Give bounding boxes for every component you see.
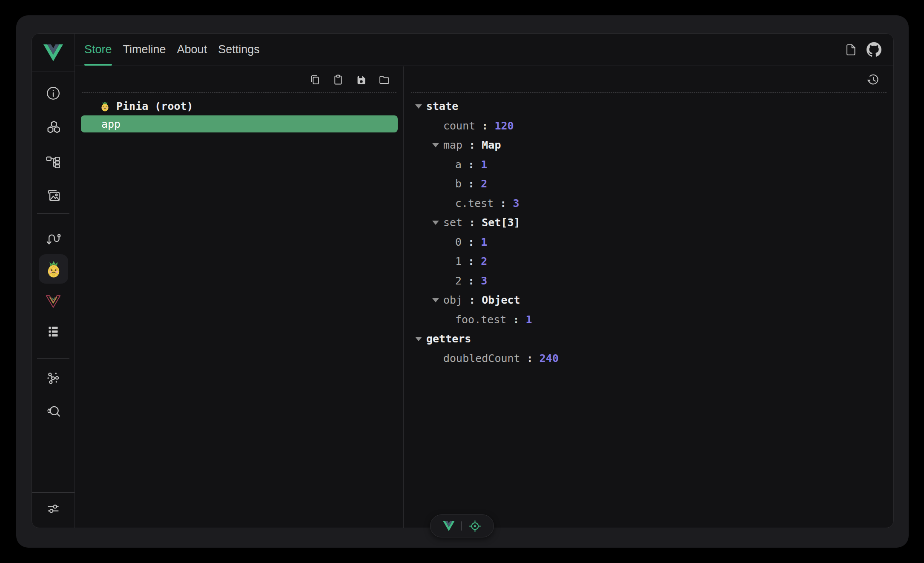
tree-key: foo.test bbox=[455, 313, 506, 326]
chevron-down-icon[interactable] bbox=[415, 337, 422, 341]
tree-value: 240 bbox=[539, 352, 559, 365]
colon-separator: : bbox=[462, 139, 482, 151]
tree-type: Object bbox=[482, 294, 520, 306]
sidebar-divider bbox=[37, 358, 69, 359]
store-item-label: app bbox=[101, 118, 121, 130]
components-icon bbox=[45, 120, 61, 136]
tree-value: 2 bbox=[481, 178, 487, 190]
tree-value: 1 bbox=[481, 236, 487, 248]
tree-value: 1 bbox=[481, 158, 487, 171]
component-inspector-button[interactable] bbox=[468, 520, 482, 533]
sidebar-item-inspector-search[interactable] bbox=[32, 402, 75, 421]
sidebar-divider bbox=[32, 492, 75, 493]
tree-key: 2 bbox=[455, 275, 462, 287]
sidebar-item-info[interactable] bbox=[32, 84, 75, 103]
chevron-down-icon[interactable] bbox=[432, 298, 439, 302]
tree-row-a[interactable]: a : 1 bbox=[404, 155, 893, 175]
tree-key: 1 bbox=[455, 255, 462, 267]
store-list: Pinia (root) app bbox=[75, 93, 403, 132]
vue-logo-cell bbox=[32, 34, 75, 72]
timeline-route-icon bbox=[45, 230, 61, 247]
tree-value: 3 bbox=[513, 197, 519, 210]
paste-button[interactable] bbox=[332, 73, 344, 86]
tree-row-count[interactable]: count : 120 bbox=[404, 116, 893, 136]
sidebar-item-component-tree[interactable] bbox=[32, 152, 75, 171]
sidebar-item-components[interactable] bbox=[32, 118, 75, 137]
save-icon bbox=[355, 73, 367, 86]
github-button[interactable] bbox=[867, 42, 881, 57]
tab-label: Store bbox=[84, 43, 112, 56]
tree-row-0[interactable]: 0 : 1 bbox=[404, 233, 893, 252]
tree-value: 1 bbox=[526, 313, 532, 326]
store-item-app[interactable]: app bbox=[81, 115, 398, 132]
colon-separator: : bbox=[462, 158, 481, 171]
sidebar-item-graph[interactable] bbox=[32, 369, 75, 388]
sidebar-item-pinia[interactable] bbox=[39, 254, 68, 284]
tree-row-2[interactable]: 2 : 3 bbox=[404, 271, 893, 291]
tree-key: set bbox=[443, 216, 462, 229]
tab-store[interactable]: Store bbox=[79, 34, 118, 66]
sidebar-item-vue-router[interactable] bbox=[32, 292, 75, 311]
tree-key: doubledCount bbox=[443, 352, 520, 365]
colon-separator: : bbox=[494, 197, 513, 210]
tree-row-state[interactable]: state bbox=[404, 97, 893, 116]
colon-separator: : bbox=[462, 178, 481, 190]
tree-value: 2 bbox=[481, 255, 487, 267]
devtools-overlay-pill bbox=[430, 514, 494, 537]
tree-row-b[interactable]: b : 2 bbox=[404, 174, 893, 194]
graph-icon bbox=[45, 370, 61, 386]
info-icon bbox=[45, 85, 61, 101]
state-toolbar bbox=[411, 66, 887, 93]
state-tree: statecount : 120map : Mapa : 1b : 2c.tes… bbox=[404, 93, 893, 368]
assets-icon bbox=[45, 187, 61, 204]
chevron-down-icon[interactable] bbox=[415, 104, 422, 109]
tab-label: About bbox=[177, 43, 207, 56]
chevron-down-icon[interactable] bbox=[432, 143, 439, 147]
store-toolbar bbox=[82, 66, 396, 93]
component-tree-icon bbox=[45, 153, 61, 169]
documentation-button[interactable] bbox=[844, 43, 857, 57]
load-button[interactable] bbox=[378, 73, 390, 86]
tree-row-set[interactable]: set : Set[3] bbox=[404, 213, 893, 233]
sidebar-item-assets[interactable] bbox=[32, 186, 75, 205]
tree-key: b bbox=[455, 178, 462, 190]
tab-about[interactable]: About bbox=[172, 34, 213, 66]
store-root-row[interactable]: Pinia (root) bbox=[75, 98, 403, 114]
sidebar-item-list[interactable] bbox=[32, 322, 75, 341]
vue-devtools-window: Store Timeline About Settings bbox=[16, 15, 909, 548]
tab-label: Settings bbox=[218, 43, 260, 56]
vue-overlay-button[interactable] bbox=[443, 521, 455, 531]
save-button[interactable] bbox=[355, 73, 367, 86]
tree-type: Set[3] bbox=[482, 216, 520, 229]
tree-value: 120 bbox=[494, 120, 514, 132]
chevron-down-icon[interactable] bbox=[432, 221, 439, 225]
document-icon bbox=[844, 43, 857, 57]
tree-row-map[interactable]: map : Map bbox=[404, 135, 893, 155]
tree-row-obj[interactable]: obj : Object bbox=[404, 290, 893, 310]
tree-row-1[interactable]: 1 : 2 bbox=[404, 252, 893, 271]
inspector-search-icon bbox=[45, 403, 61, 419]
tab-settings[interactable]: Settings bbox=[212, 34, 265, 66]
tree-type: Map bbox=[482, 139, 501, 151]
tree-row-doubledCount[interactable]: doubledCount : 240 bbox=[404, 349, 893, 368]
sidebar-item-settings[interactable] bbox=[32, 499, 75, 518]
store-root-label: Pinia (root) bbox=[116, 100, 193, 112]
tab-timeline[interactable]: Timeline bbox=[118, 34, 172, 66]
header-actions bbox=[844, 34, 893, 66]
tree-key: c.test bbox=[455, 197, 494, 210]
history-button[interactable] bbox=[866, 72, 881, 87]
colon-separator: : bbox=[520, 352, 539, 365]
tree-row-foo.test[interactable]: foo.test : 1 bbox=[404, 310, 893, 330]
sidebar-item-timeline-route[interactable] bbox=[32, 229, 75, 248]
tab-label: Timeline bbox=[123, 43, 166, 56]
devtools-panel: Store Timeline About Settings bbox=[32, 33, 894, 528]
copy-button[interactable] bbox=[309, 73, 321, 86]
list-icon bbox=[45, 324, 61, 340]
colon-separator: : bbox=[462, 216, 482, 229]
colon-separator: : bbox=[462, 294, 482, 306]
pinia-pineapple-icon bbox=[44, 260, 63, 279]
history-icon bbox=[866, 72, 881, 87]
tree-row-getters[interactable]: getters bbox=[404, 329, 893, 349]
tree-row-c.test[interactable]: c.test : 3 bbox=[404, 194, 893, 213]
tree-key: count bbox=[443, 120, 475, 132]
